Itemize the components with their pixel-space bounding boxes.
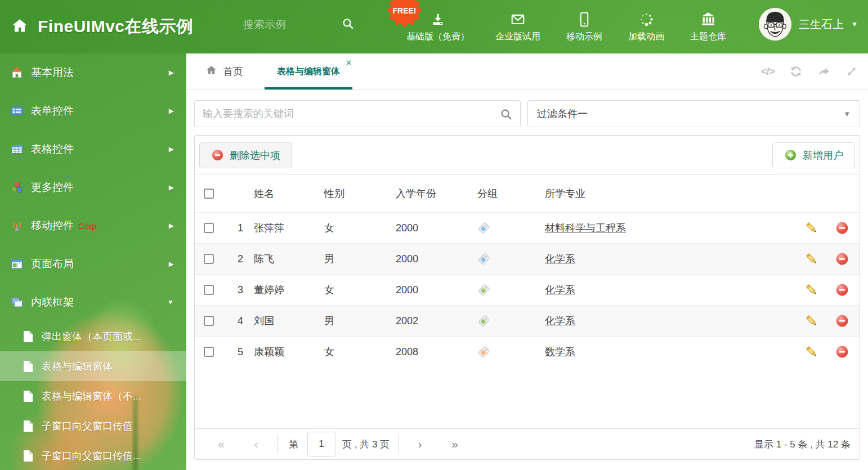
edit-row-icon[interactable] [799,314,825,328]
first-page-button[interactable]: « [204,437,239,451]
row-checkbox[interactable] [204,223,214,233]
tab-toolbar: </> [761,53,858,89]
keyword-search-input[interactable] [195,101,520,127]
sidebar-subitem-child-to-parent[interactable]: 子窗口向父窗口传值 [0,411,186,441]
row-checkbox[interactable] [204,285,214,295]
sidebar-subitem-grid-edit-window-alt[interactable]: 表格与编辑窗体（不... [0,381,186,411]
minus-circle-icon [211,149,224,162]
next-page-button[interactable]: › [402,437,437,451]
sidebar-item-form-controls[interactable]: 表单控件 ▶ [0,92,186,130]
row-checkbox[interactable] [204,316,214,326]
table-row[interactable]: 4 刘国 男 2002 化学系 [195,305,860,336]
example-search[interactable]: 搜索示例 [243,17,355,33]
chevron-right-icon: ▶ [169,107,174,115]
sidebar-item-grid-controls[interactable]: 表格控件 ▶ [0,130,186,168]
nav-item-enterprise-trial[interactable]: 企业版试用 [495,11,540,43]
delete-row-icon[interactable] [825,283,860,297]
edit-row-icon[interactable] [799,345,825,359]
search-icon[interactable] [499,108,513,123]
sidebar-item-more-controls[interactable]: 更多控件 ▶ [0,168,186,207]
sidebar-item-iframe[interactable]: 内联框架 ▼ [0,283,186,321]
share-icon[interactable] [817,65,831,78]
nav-label: 加载动画 [628,31,664,43]
filter-dropdown-value: 过滤条件一 [537,107,588,120]
file-icon [23,390,34,402]
major-link[interactable]: 化学系 [545,252,575,266]
delete-selected-button[interactable]: 删除选中项 [199,142,292,168]
delete-row-icon[interactable] [825,345,860,359]
tab-bar: 首页 表格与编辑窗体 × </> [186,53,868,90]
edit-row-icon[interactable] [799,283,825,297]
page-number-input[interactable] [307,432,335,456]
sidebar-subitem-popup-window[interactable]: 弹出窗体（本页面或... [0,321,186,351]
nav-label: 基础版（免费） [406,31,469,43]
last-page-button[interactable]: » [437,437,472,451]
page-content: 过滤条件一 ▼ 删除选中项 新增用户 [186,90,868,470]
major-link[interactable]: 化学系 [545,283,575,297]
sidebar-subitem-label: 子窗口向父窗口传值... [42,449,141,463]
column-header-name[interactable]: 姓名 [245,187,316,200]
avatar[interactable] [759,8,791,41]
sidebar-subitem-child-to-parent-alt[interactable]: 子窗口向父窗口传值... [0,441,186,470]
active-tab-underline [265,87,352,89]
prev-page-button[interactable]: ‹ [239,437,274,451]
row-checkbox[interactable] [204,254,214,264]
chevron-down-icon: ▼ [167,298,174,306]
source-code-icon[interactable]: </> [761,65,775,78]
nav-label: 移动示例 [566,31,602,43]
chevron-right-icon: ▶ [169,260,174,268]
user-menu[interactable]: 三生石上 ▼ [759,8,858,41]
sidebar-item-mobile-controls[interactable]: 移动控件 Corp. ▶ [0,207,186,245]
edit-row-icon[interactable] [799,252,825,266]
sidebar-subitem-label: 表格与编辑窗体（不... [42,390,141,403]
grid-toolbar: 删除选中项 新增用户 [195,136,860,175]
close-icon[interactable]: × [346,59,351,68]
download-icon [430,11,446,27]
sidebar-subitem-grid-edit-window[interactable]: 表格与编辑窗体 [0,351,186,381]
column-header-major[interactable]: 所学专业 [536,187,799,200]
column-header-year[interactable]: 入学年份 [387,187,469,200]
tab-grid-edit-window[interactable]: 表格与编辑窗体 × [265,53,352,89]
select-all-checkbox[interactable] [204,189,214,199]
delete-row-icon[interactable] [825,314,860,328]
tab-home[interactable]: 首页 [198,53,251,89]
home-icon[interactable] [10,17,29,37]
nav-item-theme-repo[interactable]: 主题仓库 [690,11,726,43]
major-link[interactable]: 化学系 [545,314,575,328]
edit-row-icon[interactable] [799,221,825,235]
file-icon [23,360,34,373]
sidebar-item-label: 基本用法 [31,65,74,80]
table-row[interactable]: 3 董婷婷 女 2000 化学系 [195,274,860,305]
chevron-down-icon: ▼ [843,110,851,118]
add-user-button[interactable]: 新增用户 [772,142,855,168]
group-tag-icon [469,315,536,328]
smartphone-icon [579,11,590,27]
sidebar-item-page-layout[interactable]: 页面布局 ▶ [0,245,186,283]
sidebar-item-label: 表单控件 [31,104,74,118]
expand-icon[interactable] [845,65,858,78]
table-row[interactable]: 5 康颖颖 女 2008 数学系 [195,336,860,367]
nav-item-mobile-demo[interactable]: 移动示例 [566,11,602,43]
table-header-row: 姓名 性别 入学年份 分组 所学专业 [195,175,860,212]
table-row[interactable]: 1 张萍萍 女 2000 材料科学与工程系 [195,212,860,243]
row-checkbox[interactable] [204,347,214,357]
major-link[interactable]: 材料科学与工程系 [545,221,626,235]
search-icon[interactable] [341,17,355,33]
nav-item-loading-animations[interactable]: 加载动画 [628,11,664,43]
delete-row-icon[interactable] [825,221,860,235]
table-row[interactable]: 2 陈飞 男 2000 化学系 [195,243,860,274]
major-link[interactable]: 数学系 [545,345,575,359]
tab-label: 首页 [223,65,243,78]
column-header-group[interactable]: 分组 [469,187,536,200]
column-header-gender[interactable]: 性别 [316,187,387,200]
brand: FineUIMvc在线示例 [10,0,194,53]
filter-dropdown[interactable]: 过滤条件一 ▼ [527,100,860,127]
delete-row-icon[interactable] [825,252,860,266]
cubes-icon [10,181,24,194]
sidebar-item-basic-usage[interactable]: 基本用法 ▶ [0,53,186,92]
sidebar-item-label: 移动控件 [31,218,74,233]
refresh-icon[interactable] [789,65,803,78]
main-panel: 首页 表格与编辑窗体 × </> [186,53,868,470]
sidebar-subitem-label: 表格与编辑窗体 [42,360,113,373]
layout-icon [10,257,24,271]
